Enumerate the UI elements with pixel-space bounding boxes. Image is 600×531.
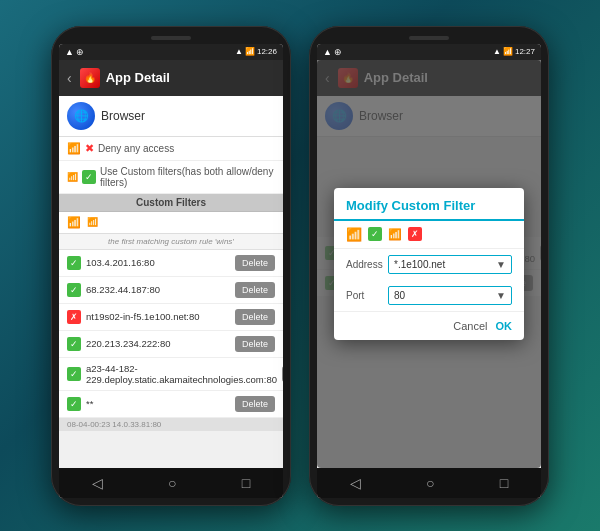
list-item: ✗ nt19s02-in-f5.1e100.net:80 Delete bbox=[59, 304, 283, 331]
dialog-address-dropdown-icon[interactable]: ▼ bbox=[496, 259, 506, 270]
phone1-speaker bbox=[151, 36, 191, 40]
dialog-cancel-button[interactable]: Cancel bbox=[453, 320, 487, 332]
delete-button-6[interactable]: Delete bbox=[235, 396, 275, 412]
phone1-nav-bar: ◁ ○ □ bbox=[59, 468, 283, 498]
phone1-home-nav[interactable]: ○ bbox=[168, 475, 176, 491]
phone1-status-bar: ▲ ⊕ ▲ 📶 12:26 bbox=[59, 44, 283, 60]
phone2-back-nav[interactable]: ◁ bbox=[350, 475, 361, 491]
phone2-nav-bar: ◁ ○ □ bbox=[317, 468, 541, 498]
phone1-screen: ▲ ⊕ ▲ 📶 12:26 ‹ 🔥 App Detail 🌐 Browser 📶… bbox=[59, 44, 283, 498]
phone1-icons-wifi: 📶 bbox=[67, 216, 81, 229]
phone1-back-nav[interactable]: ◁ bbox=[92, 475, 103, 491]
list-item-text-5: a23-44-182-229.deploy.static.akamaitechn… bbox=[86, 363, 277, 385]
phone1-app-icon: 🔥 bbox=[80, 68, 100, 88]
phone1-status-icons: ▲ 📶 12:26 bbox=[235, 47, 277, 56]
phone2-status-left: ▲ ⊕ bbox=[323, 47, 342, 57]
phone1-signal-icon: 📶 bbox=[245, 47, 255, 56]
phone2-screen: ▲ ⊕ ▲ 📶 12:27 ‹ 🔥 App Detail 🌐 Browser ✓… bbox=[317, 44, 541, 498]
phone1-custom-label: Use Custom filters(has both allow/deny f… bbox=[100, 166, 275, 188]
phone2-home-nav[interactable]: ○ bbox=[426, 475, 434, 491]
dialog-address-input[interactable]: *.1e100.net ▼ bbox=[388, 255, 512, 274]
dialog-buttons: Cancel OK bbox=[334, 311, 524, 340]
phone1-app-title: App Detail bbox=[106, 70, 170, 85]
phone2-status-icons: ▲ 📶 12:27 bbox=[493, 47, 535, 56]
phone2: ▲ ⊕ ▲ 📶 12:27 ‹ 🔥 App Detail 🌐 Browser ✓… bbox=[309, 26, 549, 506]
phone1-icons-signal: 📶 bbox=[87, 217, 98, 227]
phone1-browser-label: Browser bbox=[101, 109, 145, 123]
list-item-text-1: 103.4.201.16:80 bbox=[86, 257, 230, 268]
phone1-deny-label: Deny any access bbox=[98, 143, 174, 154]
delete-button-4[interactable]: Delete bbox=[235, 336, 275, 352]
phone2-wifi-icon: ▲ bbox=[493, 47, 501, 56]
dialog-address-label: Address bbox=[346, 259, 382, 270]
phone1-browser-icon: 🌐 bbox=[67, 102, 95, 130]
dialog-port-dropdown-icon[interactable]: ▼ bbox=[496, 290, 506, 301]
dialog-ok-button[interactable]: OK bbox=[496, 320, 513, 332]
delete-button-3[interactable]: Delete bbox=[235, 309, 275, 325]
dialog-overlay: Modify Custom Filter 📶 ✓ 📶 ✗ Address *.1… bbox=[317, 60, 541, 468]
list-item: ✓ 220.213.234.222:80 Delete bbox=[59, 331, 283, 358]
phone1-signal-filter-icon: 📶 bbox=[67, 172, 78, 182]
phone1-wifi-filter-icon: 📶 bbox=[67, 142, 81, 155]
dialog-wifi-icon: 📶 bbox=[346, 227, 362, 242]
dialog-icons-row: 📶 ✓ 📶 ✗ bbox=[334, 221, 524, 249]
phone2-status-bar: ▲ ⊕ ▲ 📶 12:27 bbox=[317, 44, 541, 60]
list-item-text-4: 220.213.234.222:80 bbox=[86, 338, 230, 349]
phone1-filter-row1: 📶 ✖ Deny any access bbox=[59, 137, 283, 161]
phone1-hint: the first matching custom rule 'wins' bbox=[59, 234, 283, 250]
modify-filter-dialog: Modify Custom Filter 📶 ✓ 📶 ✗ Address *.1… bbox=[334, 188, 524, 340]
phone1-deny-icon: ✖ bbox=[85, 142, 94, 155]
dialog-port-label: Port bbox=[346, 290, 382, 301]
phone1: ▲ ⊕ ▲ 📶 12:26 ‹ 🔥 App Detail 🌐 Browser 📶… bbox=[51, 26, 291, 506]
list-item-text-6: ** bbox=[86, 398, 230, 409]
dialog-port-value: 80 bbox=[394, 290, 496, 301]
list-item: ✓ 103.4.201.16:80 Delete bbox=[59, 250, 283, 277]
phone2-signal-icon: 📶 bbox=[503, 47, 513, 56]
phone1-filter-row2: 📶 ✓ Use Custom filters(has both allow/de… bbox=[59, 161, 283, 194]
list-item: ✓ 68.232.44.187:80 Delete bbox=[59, 277, 283, 304]
phone1-wifi-icon: ▲ bbox=[235, 47, 243, 56]
dialog-title: Modify Custom Filter bbox=[334, 188, 524, 221]
phone2-speaker bbox=[409, 36, 449, 40]
phone2-menu-nav[interactable]: □ bbox=[500, 475, 508, 491]
dialog-address-value: *.1e100.net bbox=[394, 259, 496, 270]
phone1-time: 12:26 bbox=[257, 47, 277, 56]
check-icon-1: ✓ bbox=[67, 256, 81, 270]
list-item: ✓ a23-44-182-229.deploy.static.akamaitec… bbox=[59, 358, 283, 391]
phone1-back-button[interactable]: ‹ bbox=[67, 70, 72, 86]
check-icon-6: ✓ bbox=[67, 397, 81, 411]
list-item: ✓ ** Delete bbox=[59, 391, 283, 418]
dialog-port-input[interactable]: 80 ▼ bbox=[388, 286, 512, 305]
list-item-text-2: 68.232.44.187:80 bbox=[86, 284, 230, 295]
delete-button-1[interactable]: Delete bbox=[235, 255, 275, 271]
phone1-app-bar: ‹ 🔥 App Detail bbox=[59, 60, 283, 96]
delete-button-2[interactable]: Delete bbox=[235, 282, 275, 298]
phone1-custom-check: ✓ bbox=[82, 170, 96, 184]
list-item-text-3: nt19s02-in-f5.1e100.net:80 bbox=[86, 311, 230, 322]
phone1-status-left: ▲ ⊕ bbox=[65, 47, 84, 57]
phone2-time: 12:27 bbox=[515, 47, 535, 56]
dialog-signal-icon: 📶 bbox=[388, 228, 402, 241]
phone1-browser-row: 🌐 Browser bbox=[59, 96, 283, 137]
phone1-timestamp: 08-04-00:23 14.0.33.81:80 bbox=[59, 418, 283, 431]
check-icon-5: ✓ bbox=[67, 367, 81, 381]
delete-button-5[interactable]: Delete bbox=[282, 366, 283, 382]
phone1-menu-nav[interactable]: □ bbox=[242, 475, 250, 491]
dialog-address-row: Address *.1e100.net ▼ bbox=[334, 249, 524, 280]
check-icon-4: ✓ bbox=[67, 337, 81, 351]
dialog-port-row: Port 80 ▼ bbox=[334, 280, 524, 311]
phone1-content: 🌐 Browser 📶 ✖ Deny any access 📶 ✓ Use Cu… bbox=[59, 96, 283, 468]
phone1-section-header: Custom Filters bbox=[59, 194, 283, 212]
dialog-x-icon: ✗ bbox=[408, 227, 422, 241]
phone1-filter-icons-row: 📶 📶 bbox=[59, 212, 283, 234]
check-icon-3: ✗ bbox=[67, 310, 81, 324]
check-icon-2: ✓ bbox=[67, 283, 81, 297]
dialog-check-icon: ✓ bbox=[368, 227, 382, 241]
